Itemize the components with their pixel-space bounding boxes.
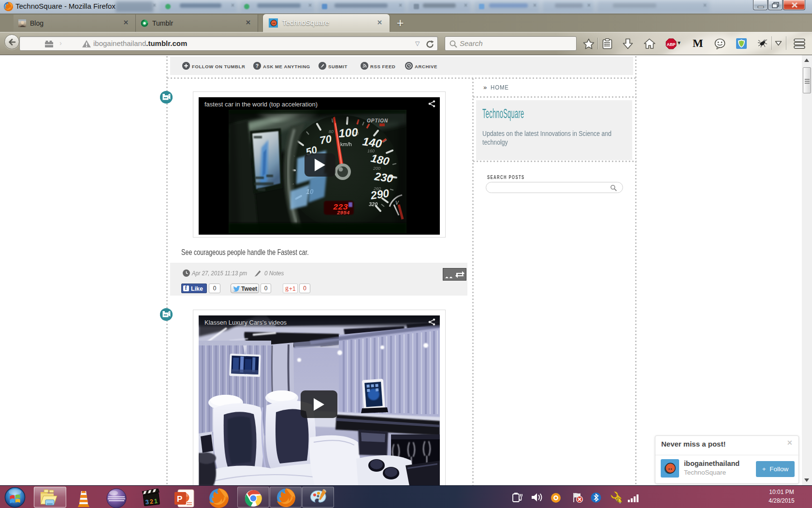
svg-text:80: 80 (329, 129, 334, 134)
svg-text:P: P (177, 494, 182, 504)
svg-text:2954: 2954 (337, 210, 350, 216)
svg-text:ABP: ABP (667, 42, 676, 47)
svg-text:230: 230 (373, 170, 394, 185)
svg-text:70: 70 (319, 133, 333, 147)
svg-text:km/h: km/h (340, 141, 352, 147)
svg-text:?: ? (256, 63, 259, 69)
svg-text:160: 160 (367, 149, 375, 153)
svg-text:120: 120 (351, 131, 359, 136)
svg-text:320: 320 (369, 201, 378, 207)
svg-text:260: 260 (373, 186, 381, 191)
svg-text:!: ! (618, 498, 619, 503)
svg-text:140: 140 (362, 134, 383, 150)
svg-text:200: 200 (373, 166, 380, 171)
